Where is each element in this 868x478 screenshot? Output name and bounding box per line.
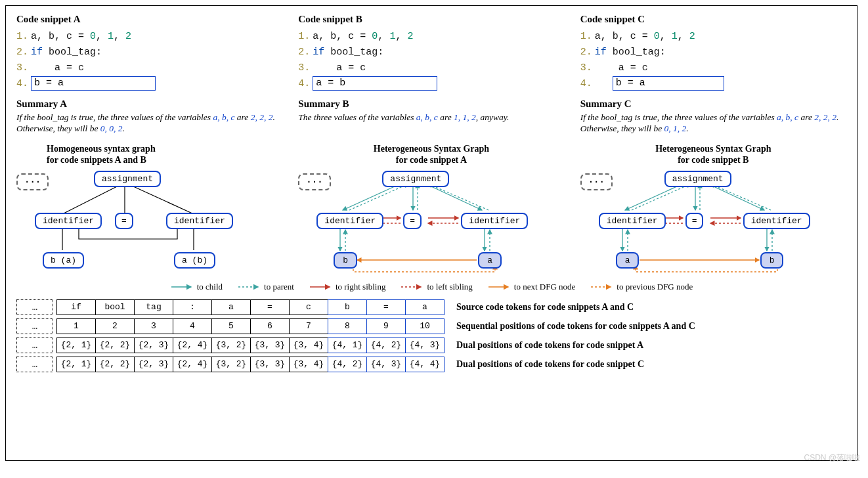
ellipsis-cell: … — [16, 299, 53, 315]
token-table-row: …{2, 1}{2, 2}{2, 3}{2, 4}{3, 2}{3, 3}{3,… — [16, 356, 846, 372]
legend-to-left-sib: to left sibling — [400, 282, 472, 292]
token-cell: {2, 1} — [56, 357, 96, 372]
token-cell: {3, 3} — [250, 357, 290, 372]
token-cell: {3, 4} — [289, 357, 328, 372]
token-tables: …ifbooltag:a=cb=aSource code tokens for … — [16, 299, 846, 372]
watermark: CSDN @落啦啦 — [804, 452, 860, 464]
leaf1-node: b (a) — [43, 252, 84, 269]
token-cell: a — [211, 299, 251, 315]
code-a-3: 3. a = c — [16, 60, 282, 76]
code-a-2: 2.if bool_tag: — [16, 45, 282, 60]
leaf1-node: b — [334, 252, 357, 269]
token-cell: {2, 3} — [134, 357, 173, 372]
legend-to-right-sib: to right sibling — [309, 282, 386, 292]
legend-to-prev-dfg: to previous DFG node — [590, 282, 693, 292]
root-node: assignment — [382, 171, 449, 187]
table-caption: Sequential positions of code tokens for … — [456, 321, 695, 332]
token-cell: {2, 2} — [95, 357, 135, 372]
eq-node: = — [403, 213, 422, 229]
token-cell: {2, 2} — [95, 337, 135, 353]
token-cell: {3, 2} — [211, 337, 251, 353]
root-node: assignment — [94, 171, 161, 187]
token-cell: 3 — [134, 318, 173, 334]
code-c-1: 1.a, b, c = 0, 1, 2 — [580, 29, 846, 45]
token-cell: {3, 3} — [250, 337, 290, 353]
code-b-4: 4.a = b — [298, 76, 564, 92]
eq-node: = — [115, 213, 133, 229]
token-table-row: …ifbooltag:a=cb=aSource code tokens for … — [16, 299, 846, 315]
leaf1-node: a — [616, 252, 640, 269]
root-node: assignment — [664, 171, 731, 187]
token-cell: 4 — [173, 318, 212, 334]
code-a-4: 4.b = a — [16, 76, 282, 92]
token-cell: 8 — [328, 318, 367, 334]
svg-line-2 — [125, 183, 194, 214]
graph-homo-title: Homogeneous syntax graphfor code snippet… — [16, 143, 282, 165]
graph-het-a-title: Heterogeneous Syntax Graphfor code snipp… — [298, 143, 564, 165]
graph-het-b-title: Heterogeneous Syntax Graphfor code snipp… — [580, 143, 846, 165]
token-cell: {4, 2} — [366, 337, 406, 353]
code-b-1: 1.a, b, c = 0, 1, 2 — [298, 29, 564, 45]
token-cell: 2 — [95, 318, 135, 334]
dots-node: ··· — [298, 173, 330, 190]
token-cell: = — [250, 299, 290, 315]
token-cell: {2, 4} — [173, 337, 212, 353]
id2-node: identifier — [461, 213, 528, 229]
leaf2-node: a (b) — [174, 252, 215, 269]
svg-line-6 — [349, 184, 408, 210]
summary-b-text: The three values of the variables a, b, … — [298, 112, 564, 134]
token-cell: {2, 4} — [173, 357, 212, 372]
col-b: Code snippet B 1.a, b, c = 0, 1, 2 2.if … — [298, 14, 564, 276]
table-caption: Dual positions of code tokens for code s… — [456, 359, 644, 370]
code-b-2: 2.if bool_tag: — [298, 45, 564, 60]
token-cell: : — [173, 299, 212, 315]
code-a-1: 1.a, b, c = 0, 1, 2 — [16, 29, 282, 45]
token-cell: 9 — [366, 318, 406, 334]
token-cell: tag — [134, 299, 173, 315]
token-cell: 5 — [211, 318, 251, 334]
legend-to-child: to child — [170, 282, 223, 292]
table-caption: Dual positions of code tokens for code s… — [456, 340, 643, 351]
leaf2-node: a — [478, 252, 502, 269]
dots-node: ··· — [580, 173, 613, 190]
snippet-a-title: Code snippet A — [16, 14, 282, 25]
token-cell: {4, 1} — [328, 337, 367, 353]
id2-node: identifier — [743, 213, 810, 229]
svg-line-20 — [632, 184, 691, 210]
token-cell: {2, 1} — [56, 337, 96, 353]
token-cell: {4, 2} — [328, 357, 367, 372]
id1-node: identifier — [35, 213, 102, 229]
eq-node: = — [685, 213, 704, 229]
code-c-4: 4. b = a — [580, 76, 846, 92]
id1-node: identifier — [316, 213, 383, 229]
token-cell: c — [289, 299, 328, 315]
legend-to-next-dfg: to next DFG node — [487, 282, 576, 292]
svg-line-10 — [428, 184, 488, 210]
svg-line-0 — [62, 183, 125, 214]
token-cell: {4, 3} — [405, 337, 445, 353]
id1-node: identifier — [599, 213, 666, 229]
token-cell: 6 — [250, 318, 290, 334]
token-table-row: …{2, 1}{2, 2}{2, 3}{2, 4}{3, 2}{3, 3}{3,… — [16, 337, 846, 353]
table-caption: Source code tokens for code snippets A a… — [456, 302, 634, 313]
snippet-c-title: Code snippet C — [580, 14, 846, 25]
token-cell: 1 — [56, 318, 96, 334]
snippet-columns: Code snippet A 1.a, b, c = 0, 1, 2 2.if … — [16, 14, 846, 276]
code-b-3: 3. a = c — [298, 60, 564, 76]
ellipsis-cell: … — [16, 357, 53, 372]
token-cell: {3, 2} — [211, 357, 251, 372]
figure-frame: Code snippet A 1.a, b, c = 0, 1, 2 2.if … — [5, 5, 857, 461]
token-cell: bool — [95, 299, 135, 315]
summary-a-title: Summary A — [16, 98, 282, 110]
token-cell: = — [366, 299, 406, 315]
id2-node: identifier — [166, 213, 233, 229]
token-cell: {4, 3} — [366, 357, 406, 372]
col-c: Code snippet C 1.a, b, c = 0, 1, 2 2.if … — [580, 14, 846, 276]
summary-c-title: Summary C — [580, 98, 846, 110]
summary-c-text: If the bool_tag is true, the three value… — [580, 112, 846, 134]
token-cell: {2, 3} — [134, 337, 173, 353]
dots-node: ··· — [16, 173, 49, 190]
ellipsis-cell: … — [16, 337, 53, 353]
snippet-b-title: Code snippet B — [298, 14, 564, 25]
ellipsis-cell: … — [16, 318, 53, 334]
